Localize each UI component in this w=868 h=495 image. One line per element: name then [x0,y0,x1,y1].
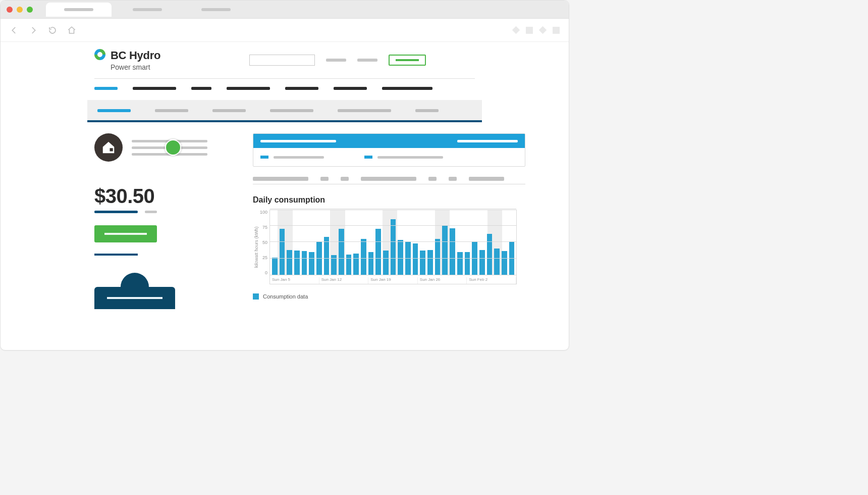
primary-nav-item-active[interactable] [94,87,118,90]
smart-meter-graphic [94,273,175,309]
chart-bar [375,229,381,275]
amount-detail-text [145,211,157,213]
chart-bar [494,249,500,275]
header-link[interactable] [326,59,346,62]
brand-logo[interactable]: BC Hydro Power smart [94,49,160,71]
usage-tab[interactable] [253,177,308,181]
account-selector [94,133,226,162]
chart-legend: Consumption data [253,293,525,300]
back-icon[interactable] [10,26,19,35]
login-button[interactable] [389,55,426,66]
amount-meta [94,211,226,213]
brand-logo-text: BC Hydro Power smart [111,49,160,71]
site-header: BC Hydro Power smart [1,49,569,71]
legend-label: Consumption data [263,293,308,300]
secondary-nav-item-active[interactable] [97,109,131,112]
chart-bar [405,242,411,275]
usage-tab[interactable] [361,177,416,181]
browser-tabs [46,3,249,17]
secondary-nav [87,100,482,122]
usage-panel: Daily consumption kilowatt hours (kWh) 1… [253,133,525,309]
browser-tab-active[interactable] [46,3,112,17]
home-icon[interactable] [67,26,76,35]
primary-nav-item[interactable] [191,87,211,90]
amount-detail-link[interactable] [94,211,138,213]
chart-bar [287,250,292,275]
account-slider[interactable] [132,140,207,156]
window-minimize-icon[interactable] [17,7,23,13]
summary-card [253,133,525,167]
header-utility [249,55,426,66]
secondary-link[interactable] [94,254,138,256]
secondary-nav-item[interactable] [270,109,313,112]
chart-bar [479,250,485,275]
usage-tab[interactable] [341,177,349,181]
primary-nav-item[interactable] [382,87,432,90]
secondary-nav-item[interactable] [212,109,246,112]
pay-button[interactable] [94,225,157,242]
chart-bar [427,250,433,275]
chart-title: Daily consumption [253,195,525,205]
search-input[interactable] [249,55,315,66]
secondary-nav-item[interactable] [338,109,391,112]
chart-bar [391,219,396,275]
slider-handle[interactable] [165,139,181,156]
chart-bar [353,254,359,275]
browser-tab[interactable] [115,3,180,17]
summary-card-body [253,148,525,166]
primary-nav-item[interactable] [334,87,367,90]
stat-marker [364,156,372,159]
brand-logo-icon [94,49,105,60]
chart-bar [324,237,330,275]
usage-tabs [253,177,525,184]
reload-icon[interactable] [48,26,57,35]
chart-bar [413,243,418,275]
forward-icon[interactable] [29,26,38,35]
chart-bar [383,251,389,275]
usage-tab[interactable] [428,177,437,181]
brand-tagline: Power smart [111,63,160,71]
chart-bar [487,234,493,275]
extension-icon[interactable] [553,27,560,34]
toolbar-extensions [513,27,560,34]
window-zoom-icon[interactable] [27,7,33,13]
primary-nav [1,79,569,96]
chart-bar [339,229,344,275]
primary-nav-item[interactable] [133,87,176,90]
browser-tab[interactable] [183,3,249,17]
primary-nav-item[interactable] [285,87,318,90]
usage-tab[interactable] [449,177,457,181]
main-area: $30.50 [1,122,569,309]
secondary-nav-item[interactable] [415,109,439,112]
chart-bar [420,251,425,275]
secondary-nav-item[interactable] [155,109,188,112]
stat-marker [260,156,268,159]
window-close-icon[interactable] [7,7,13,13]
chart-bar [302,251,307,275]
legend-swatch [253,293,259,300]
header-link[interactable] [357,59,377,62]
account-type-home-icon [94,133,123,162]
stat-text [274,156,324,159]
chart-y-axis-ticks: 1007550250 [260,210,269,275]
usage-tab[interactable] [320,177,329,181]
extension-icon[interactable] [539,26,547,34]
chart-bar [272,258,278,275]
window-titlebar [1,1,569,19]
extension-icon[interactable] [526,27,533,34]
chart-bar [457,252,463,275]
primary-nav-item[interactable] [227,87,270,90]
chart-bar [368,252,374,275]
summary-subtitle [457,140,518,142]
page-content: BC Hydro Power smart [1,42,569,309]
browser-toolbar [1,19,569,42]
extension-icon[interactable] [512,26,520,34]
chart-y-axis-label: kilowatt hours (kWh) [253,210,260,284]
chart-bar [465,252,470,275]
stat-text [377,156,443,159]
chart-bars [272,219,514,275]
chart-bar [442,226,448,275]
summary-title [260,140,336,142]
svg-rect-0 [110,148,113,151]
usage-tab[interactable] [469,177,504,181]
